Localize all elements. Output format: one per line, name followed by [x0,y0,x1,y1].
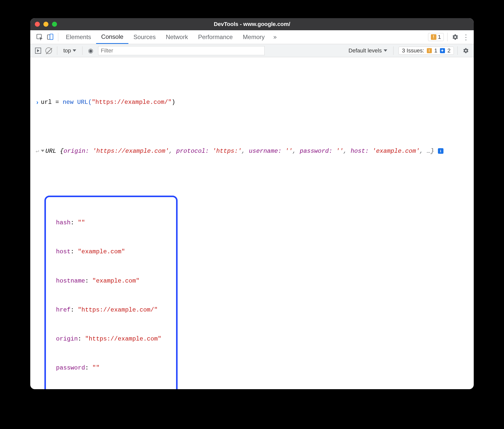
execution-context-label: top [63,47,71,54]
tab-elements[interactable]: Elements [61,30,96,44]
tab-performance[interactable]: Performance [193,30,238,44]
more-tabs-icon[interactable]: » [270,32,280,42]
show-console-sidebar-icon[interactable] [33,46,43,55]
info-icon: ✦ [440,48,445,53]
prop-password[interactable]: password: "" [47,363,171,373]
expand-toggle-icon[interactable] [41,150,44,152]
live-expression-icon[interactable]: ◉ [86,46,96,55]
toolbar-divider-4 [457,46,458,55]
window-title: DevTools - www.google.com/ [30,21,474,27]
warning-icon [431,34,436,40]
toolbar-divider-2 [82,46,82,55]
log-levels-label: Default levels [348,47,382,54]
console-input-row[interactable]: url = new URL("https://example.com/") [30,98,474,108]
console-settings-icon[interactable] [461,46,471,55]
issues-info-count: 2 [447,47,451,54]
prop-hostname[interactable]: hostname: "example.com" [47,276,171,286]
prompt-icon [34,98,41,108]
issues-warn-count: 1 [434,47,437,54]
kebab-menu-icon[interactable]: ⋮ [461,32,471,42]
issues-label: 3 Issues: [402,47,424,54]
tab-network[interactable]: Network [161,30,193,44]
prop-href[interactable]: href: "https://example.com/" [47,305,171,315]
window-titlebar: DevTools - www.google.com/ [30,18,474,30]
inspect-element-icon[interactable] [34,32,45,42]
issues-box[interactable]: 3 Issues: ! 1 ✦ 2 [399,47,454,55]
console-toolbar: top ◉ Default levels 3 Issues: ! 1 ✦ 2 [30,44,474,57]
traffic-lights [35,22,57,27]
console-input-code: url = new URL("https://example.com/") [41,98,474,107]
console-return-row[interactable]: ↪ URL {origin: 'https://example.com', pr… [30,146,474,157]
toolbar-divider-3 [393,46,394,55]
main-tabbar: Elements Console Sources Network Perform… [30,30,474,44]
tab-sources[interactable]: Sources [128,30,161,44]
maximize-window-button[interactable] [52,22,57,27]
chevron-down-icon [384,49,387,52]
prop-hash[interactable]: hash: "" [47,218,171,228]
prop-host[interactable]: host: "example.com" [47,247,171,257]
devtools-window: DevTools - www.google.com/ Elements Cons… [30,18,474,389]
prop-origin[interactable]: origin: "https://example.com" [47,334,171,344]
tab-memory[interactable]: Memory [238,30,270,44]
info-badge-icon[interactable]: i [438,148,443,154]
console-output: url = new URL("https://example.com/") ↪ … [30,57,474,389]
console-return: URL {origin: 'https://example.com', prot… [41,146,474,156]
tabbar-divider [58,33,58,41]
filter-input[interactable] [98,46,265,55]
tabbar-divider-right [447,33,447,41]
warning-count: 1 [438,34,441,40]
toolbar-divider [57,46,57,55]
clear-console-icon[interactable] [44,46,53,55]
settings-icon[interactable] [450,32,461,42]
warning-icon: ! [427,48,432,53]
execution-context-dropdown[interactable]: top [61,47,79,54]
device-toolbar-icon[interactable] [45,32,55,42]
own-properties-highlight: hash: "" host: "example.com" hostname: "… [44,196,178,389]
svg-rect-2 [50,34,53,40]
chevron-down-icon [73,49,76,52]
close-window-button[interactable] [35,22,40,27]
warnings-pill[interactable]: 1 [428,33,444,41]
log-levels-dropdown[interactable]: Default levels [346,47,390,54]
return-arrow-icon: ↪ [34,146,41,157]
tab-console[interactable]: Console [96,30,128,44]
minimize-window-button[interactable] [43,22,48,27]
